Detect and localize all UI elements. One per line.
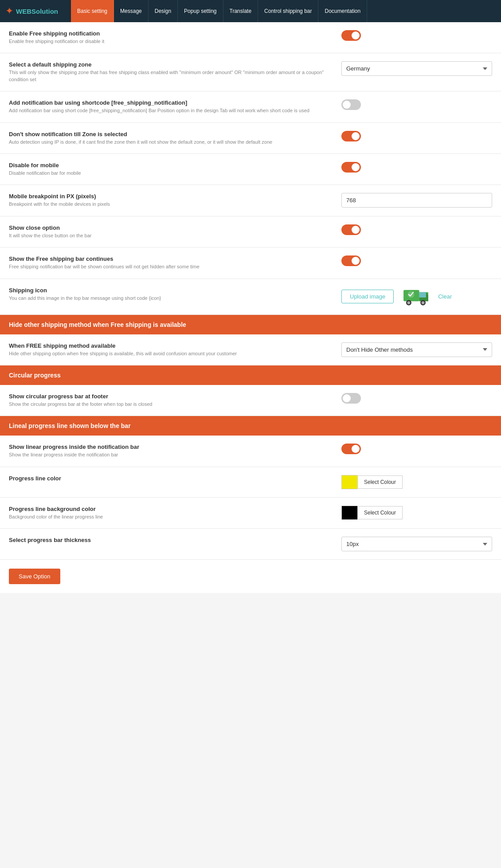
show-linear-row: Show linear progress inside the notifica… bbox=[0, 436, 501, 467]
enable-free-shipping-label: Enable Free shipping notification Enable… bbox=[9, 30, 341, 45]
show-continues-toggle[interactable] bbox=[341, 255, 361, 266]
nav-item-control-shipping-bar[interactable]: Control shipping bar bbox=[258, 0, 318, 22]
nav-item-translate[interactable]: Translate bbox=[223, 0, 258, 22]
show-circular-row: Show circular progress bar at footer Sho… bbox=[0, 385, 501, 416]
shortcode-notification-control bbox=[341, 99, 492, 110]
dont-show-zone-control bbox=[341, 131, 492, 141]
progress-line-color-button[interactable]: Select Colour bbox=[357, 475, 403, 489]
logo-brand: WEB bbox=[16, 8, 31, 15]
dont-show-zone-toggle[interactable] bbox=[341, 131, 361, 141]
enable-free-shipping-toggle[interactable] bbox=[341, 30, 361, 41]
lineal-progress-section-header: Lineal progress line shown below the bar bbox=[0, 416, 501, 436]
show-close-control bbox=[341, 224, 492, 235]
clear-link[interactable]: Clear bbox=[438, 293, 452, 300]
toggle-slider bbox=[341, 224, 361, 235]
progress-bg-color-control: Select Colour bbox=[341, 506, 492, 520]
toggle-slider bbox=[341, 444, 361, 454]
progress-thickness-row: Select progress bar thickness 2px 4px 6p… bbox=[0, 529, 501, 560]
disable-mobile-label: Disable for mobile Disable notification … bbox=[9, 162, 341, 177]
svg-point-5 bbox=[407, 301, 411, 304]
show-close-label: Show close option It will show the close… bbox=[9, 224, 341, 239]
dont-show-zone-row: Don't show notification till Zone is sel… bbox=[0, 123, 501, 154]
show-close-toggle[interactable] bbox=[341, 224, 361, 235]
mobile-breakpoint-label: Mobile breakpoint in PX (pixels) Breakpo… bbox=[9, 193, 341, 208]
progress-line-color-label: Progress line color bbox=[9, 475, 341, 483]
svg-point-7 bbox=[422, 301, 425, 304]
shortcode-notification-row: Add notification bar using shortcode [fr… bbox=[0, 91, 501, 122]
default-shipping-zone-label: Select a default shipping zone This will… bbox=[9, 61, 341, 83]
mobile-breakpoint-control bbox=[341, 193, 492, 208]
show-continues-row: Show the Free shipping bar continues Fre… bbox=[0, 247, 501, 279]
dont-show-zone-label: Don't show notification till Zone is sel… bbox=[9, 131, 341, 145]
mobile-breakpoint-row: Mobile breakpoint in PX (pixels) Breakpo… bbox=[0, 185, 501, 216]
progress-line-color-picker: Select Colour bbox=[341, 475, 403, 489]
progress-line-color-row: Progress line color Select Colour bbox=[0, 467, 501, 498]
enable-free-shipping-control bbox=[341, 30, 492, 41]
logo: ✦ WEBSolution bbox=[0, 5, 71, 17]
show-linear-toggle[interactable] bbox=[341, 444, 361, 454]
main-nav: Basic setting Message Design Popup setti… bbox=[71, 0, 367, 22]
svg-rect-3 bbox=[419, 292, 426, 297]
shipping-icon-control: Upload image Clear bbox=[341, 287, 492, 306]
mobile-breakpoint-input[interactable] bbox=[341, 193, 492, 208]
progress-bg-color-swatch[interactable] bbox=[341, 506, 357, 520]
shipping-icon-label: Shipping icon You can add this image in … bbox=[9, 287, 341, 302]
toggle-slider bbox=[341, 393, 361, 404]
nav-item-design[interactable]: Design bbox=[149, 0, 178, 22]
progress-thickness-select[interactable]: 2px 4px 6px 8px 10px 12px bbox=[341, 537, 492, 551]
header: ✦ WEBSolution Basic setting Message Desi… bbox=[0, 0, 501, 22]
disable-mobile-row: Disable for mobile Disable notification … bbox=[0, 154, 501, 185]
save-section: Save Option bbox=[0, 560, 501, 593]
show-circular-label: Show circular progress bar at footer Sho… bbox=[9, 393, 341, 408]
toggle-slider bbox=[341, 162, 361, 173]
logo-icon: ✦ bbox=[5, 5, 13, 17]
show-linear-control bbox=[341, 444, 492, 454]
nav-item-message[interactable]: Message bbox=[114, 0, 149, 22]
nav-item-basic-setting[interactable]: Basic setting bbox=[71, 0, 114, 22]
free-shipping-available-control: Don't Hide Other methods Hide Other meth… bbox=[341, 342, 492, 357]
progress-line-color-control: Select Colour bbox=[341, 475, 492, 489]
shortcode-notification-toggle[interactable] bbox=[341, 99, 361, 110]
toggle-slider bbox=[341, 255, 361, 266]
default-shipping-zone-control: Germany United States United Kingdom Fra… bbox=[341, 61, 492, 76]
show-circular-control bbox=[341, 393, 492, 404]
upload-image-button[interactable]: Upload image bbox=[341, 290, 394, 303]
toggle-slider bbox=[341, 99, 361, 110]
show-continues-control bbox=[341, 255, 492, 266]
show-continues-label: Show the Free shipping bar continues Fre… bbox=[9, 255, 341, 270]
free-shipping-available-label: When FREE shipping method available Hide… bbox=[9, 342, 341, 357]
default-shipping-zone-select[interactable]: Germany United States United Kingdom Fra… bbox=[341, 61, 492, 76]
shortcode-notification-label: Add notification bar using shortcode [fr… bbox=[9, 99, 341, 114]
disable-mobile-control bbox=[341, 162, 492, 173]
main-content: Enable Free shipping notification Enable… bbox=[0, 22, 501, 593]
progress-bg-color-picker: Select Colour bbox=[341, 506, 403, 520]
progress-bg-color-row: Progress line background color Backgroun… bbox=[0, 498, 501, 529]
save-option-button[interactable]: Save Option bbox=[9, 569, 60, 584]
progress-bg-color-label: Progress line background color Backgroun… bbox=[9, 506, 341, 520]
hide-shipping-section-header: Hide other shipping method when Free shi… bbox=[0, 315, 501, 334]
free-shipping-available-row: When FREE shipping method available Hide… bbox=[0, 334, 501, 365]
progress-bg-color-button[interactable]: Select Colour bbox=[357, 506, 403, 519]
show-close-row: Show close option It will show the close… bbox=[0, 216, 501, 247]
logo-text: WEBSolution bbox=[16, 8, 58, 15]
enable-free-shipping-row: Enable Free shipping notification Enable… bbox=[0, 22, 501, 53]
show-linear-label: Show linear progress inside the notifica… bbox=[9, 444, 341, 458]
progress-thickness-label: Select progress bar thickness bbox=[9, 537, 341, 545]
default-shipping-zone-row: Select a default shipping zone This will… bbox=[0, 53, 501, 91]
free-shipping-available-select[interactable]: Don't Hide Other methods Hide Other meth… bbox=[341, 342, 492, 357]
nav-item-popup-setting[interactable]: Popup setting bbox=[178, 0, 223, 22]
logo-brand2: Solution bbox=[31, 8, 58, 15]
progress-thickness-control: 2px 4px 6px 8px 10px 12px bbox=[341, 537, 492, 551]
show-circular-toggle[interactable] bbox=[341, 393, 361, 404]
toggle-slider bbox=[341, 30, 361, 41]
shipping-icon-area: Upload image Clear bbox=[341, 287, 452, 306]
progress-line-color-swatch[interactable] bbox=[341, 475, 357, 489]
shipping-icon-row: Shipping icon You can add this image in … bbox=[0, 279, 501, 315]
truck-icon bbox=[403, 287, 429, 306]
disable-mobile-toggle[interactable] bbox=[341, 162, 361, 173]
toggle-slider bbox=[341, 131, 361, 141]
circular-progress-section-header: Circular progress bbox=[0, 365, 501, 385]
nav-item-documentation[interactable]: Documentation bbox=[318, 0, 367, 22]
